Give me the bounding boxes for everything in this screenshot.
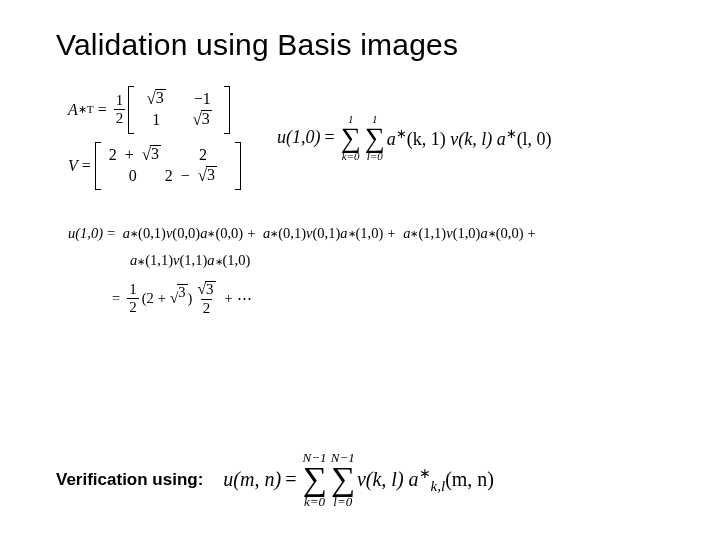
u10-double-sum: u(1,0) = 1 ∑ k=0 1 ∑ l=0 a∗(k, 1) v(k, l…: [277, 114, 552, 161]
page-title: Validation using Basis images: [56, 28, 680, 62]
matrix-a-star-t: A∗T = 1 2 √3 −1 1 √3: [68, 86, 241, 134]
verification-label: Verification using:: [56, 470, 203, 490]
u10-expansion: u(1,0) = a∗(0,1)v(0,0)a∗(0,0) + a∗(0,1)v…: [68, 220, 680, 317]
verification-formula: u(m, n) = N−1 ∑ k=0 N−1 ∑ l=0 v(k, l) a∗…: [223, 451, 494, 508]
matrix-v: V = 2 + √3 2 0 2 − √3: [68, 142, 241, 190]
